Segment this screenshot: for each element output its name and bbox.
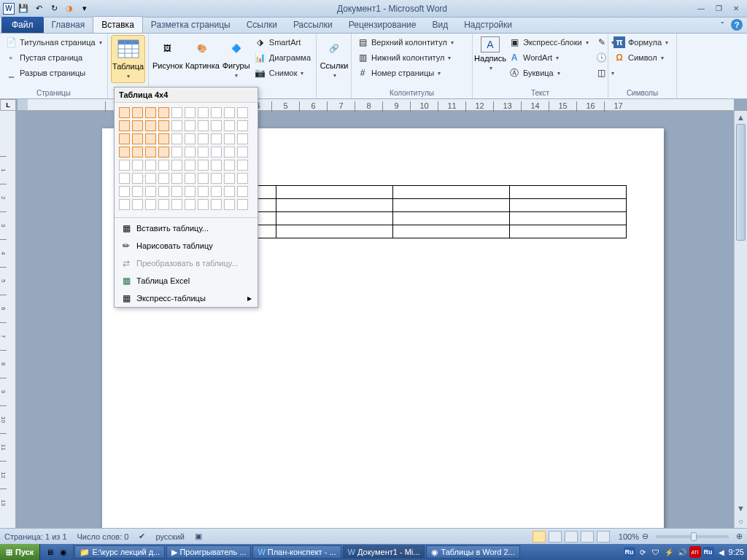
grid-cell[interactable] <box>237 107 248 118</box>
grid-cell[interactable] <box>237 186 248 197</box>
grid-cell[interactable] <box>171 107 182 118</box>
grid-cell[interactable] <box>132 133 143 144</box>
zoom-slider[interactable] <box>656 535 729 538</box>
scroll-up-icon[interactable]: ▲ <box>735 111 747 124</box>
grid-cell[interactable] <box>198 173 209 184</box>
footer-button[interactable]: ▥Нижний колонтитул▾ <box>355 50 456 65</box>
view-print-layout[interactable] <box>533 531 546 542</box>
grid-cell[interactable] <box>237 133 248 144</box>
grid-cell[interactable] <box>211 147 222 158</box>
grid-cell[interactable] <box>211 160 222 171</box>
grid-cell[interactable] <box>211 107 222 118</box>
tray-icon[interactable]: ⟳ <box>637 546 649 558</box>
grid-cell[interactable] <box>132 173 143 184</box>
grid-cell[interactable] <box>158 160 169 171</box>
grid-cell[interactable] <box>224 120 235 131</box>
grid-cell[interactable] <box>211 120 222 131</box>
grid-cell[interactable] <box>119 120 130 131</box>
ql-chrome-icon[interactable]: ◉ <box>57 545 70 559</box>
proofing-icon[interactable]: ✔ <box>139 532 145 541</box>
taskbar-item[interactable]: ▶Проигрыватель ... <box>166 545 251 559</box>
qat-custom-icon[interactable]: ◑ <box>63 2 76 15</box>
restore-button[interactable]: ❐ <box>711 3 727 15</box>
grid-cell[interactable] <box>198 107 209 118</box>
tab-layout[interactable]: Разметка страницы <box>143 17 239 33</box>
scroll-down-icon[interactable]: ▼ <box>735 502 747 515</box>
header-button[interactable]: ▤Верхний колонтитул▾ <box>355 35 456 50</box>
view-draft[interactable] <box>597 531 610 542</box>
grid-cell[interactable] <box>224 173 235 184</box>
grid-cell[interactable] <box>185 160 196 171</box>
minimize-button[interactable]: — <box>693 3 709 15</box>
grid-cell[interactable] <box>198 199 209 210</box>
taskbar-item[interactable]: 📁E:\курс лекций д... <box>74 545 165 559</box>
tray-icon[interactable]: ATI <box>689 546 701 558</box>
help-icon[interactable]: ? <box>731 19 743 31</box>
ql-desktop-icon[interactable]: 🖥 <box>43 545 56 559</box>
grid-cell[interactable] <box>158 107 169 118</box>
grid-cell[interactable] <box>158 173 169 184</box>
equation-button[interactable]: πФормула▾ <box>611 35 670 50</box>
grid-cell[interactable] <box>132 186 143 197</box>
page-break-button[interactable]: ⎯Разрыв страницы <box>3 66 104 80</box>
grid-cell[interactable] <box>185 199 196 210</box>
tray-icon[interactable]: 🛡 <box>650 546 662 558</box>
grid-cell[interactable] <box>185 133 196 144</box>
grid-cell[interactable] <box>224 107 235 118</box>
grid-cell[interactable] <box>132 107 143 118</box>
grid-cell[interactable] <box>158 120 169 131</box>
tray-icon[interactable]: 🔊 <box>676 546 688 558</box>
grid-cell[interactable] <box>132 199 143 210</box>
tab-references[interactable]: Ссылки <box>239 17 285 33</box>
shapes-button[interactable]: 🔷Фигуры▾ <box>221 35 250 82</box>
taskbar-item[interactable]: ◉Таблицы в Word 2... <box>426 545 519 559</box>
grid-cell[interactable] <box>171 160 182 171</box>
grid-cell[interactable] <box>211 186 222 197</box>
grid-cell[interactable] <box>158 147 169 158</box>
grid-cell[interactable] <box>237 147 248 158</box>
grid-cell[interactable] <box>171 199 182 210</box>
chart-button[interactable]: 📊Диаграмма <box>252 50 313 65</box>
minimize-ribbon-icon[interactable]: ˇ <box>716 19 728 31</box>
taskbar-item-active[interactable]: WДокумент1 - Mi... <box>343 545 425 559</box>
grid-cell[interactable] <box>145 133 156 144</box>
taskbar-item[interactable]: WПлан-конспект - ... <box>252 545 341 559</box>
table-size-grid[interactable] <box>115 103 258 216</box>
grid-cell[interactable] <box>211 133 222 144</box>
grid-cell[interactable] <box>198 186 209 197</box>
qat-save-icon[interactable]: 💾 <box>17 2 30 15</box>
quickparts-button[interactable]: ▣Экспресс-блоки▾ <box>506 35 591 50</box>
quick-tables-item[interactable]: ▦Экспресс-таблицы▶ <box>115 289 258 307</box>
word-count[interactable]: Число слов: 0 <box>77 532 129 541</box>
wordart-button[interactable]: AWordArt▾ <box>506 50 591 65</box>
grid-cell[interactable] <box>132 120 143 131</box>
grid-cell[interactable] <box>185 120 196 131</box>
browse-object-icon[interactable]: ○ <box>735 515 747 528</box>
cover-page-button[interactable]: 📄Титульная страница▾ <box>3 35 104 50</box>
view-web-layout[interactable] <box>565 531 578 542</box>
grid-cell[interactable] <box>224 199 235 210</box>
grid-cell[interactable] <box>171 147 182 158</box>
textbox-button[interactable]: AНадпись▾ <box>476 35 505 74</box>
qat-undo-icon[interactable]: ↶ <box>32 2 45 15</box>
grid-cell[interactable] <box>185 147 196 158</box>
screenshot-button[interactable]: 📷Снимок▾ <box>252 66 313 80</box>
grid-cell[interactable] <box>145 186 156 197</box>
tab-selector[interactable]: L <box>0 99 16 111</box>
grid-cell[interactable] <box>237 199 248 210</box>
view-full-reading[interactable] <box>549 531 562 542</box>
grid-cell[interactable] <box>145 147 156 158</box>
grid-cell[interactable] <box>145 160 156 171</box>
vertical-ruler[interactable]: 12345678910111213 <box>0 111 16 528</box>
grid-cell[interactable] <box>224 186 235 197</box>
grid-cell[interactable] <box>224 133 235 144</box>
grid-cell[interactable] <box>198 147 209 158</box>
dropcap-button[interactable]: ⒶБуквица▾ <box>506 66 591 80</box>
grid-cell[interactable] <box>119 199 130 210</box>
clipart-button[interactable]: 🎨Картинка <box>185 35 220 71</box>
grid-cell[interactable] <box>185 173 196 184</box>
grid-cell[interactable] <box>198 160 209 171</box>
zoom-out-button[interactable]: ⊖ <box>642 532 649 541</box>
scroll-thumb[interactable] <box>736 124 746 241</box>
smartart-button[interactable]: ⬗SmartArt <box>252 35 313 50</box>
